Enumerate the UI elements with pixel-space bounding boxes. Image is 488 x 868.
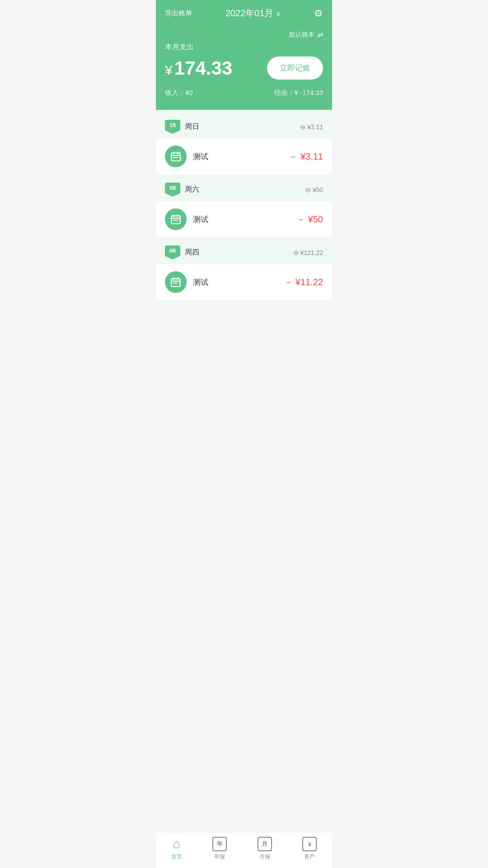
- transaction-amount: － ¥11.22: [284, 276, 323, 288]
- summary-amount: ¥174.33: [165, 57, 232, 79]
- month-label: 2022年01月: [225, 7, 274, 19]
- bottom-nav: ⌂首页年年报月月报¥资产: [156, 832, 332, 868]
- balance-label: 结余：¥ -174.33: [274, 89, 323, 97]
- day-name: 周日: [185, 122, 199, 132]
- svg-rect-3: [177, 157, 178, 158]
- nav-label-monthly: 月报: [259, 853, 270, 861]
- switch-account-icon[interactable]: ⇄: [317, 30, 323, 39]
- day-header: 16周日⊖ ¥3.11: [156, 113, 332, 138]
- chevron-down-icon: ∨: [276, 10, 281, 17]
- yearly-icon: 年: [212, 837, 227, 851]
- settings-icon[interactable]: ⚙: [314, 8, 323, 19]
- summary-main-row: ¥174.33 立即记账: [165, 57, 323, 80]
- calendar-icon: [165, 271, 187, 293]
- export-button[interactable]: 导出账单: [165, 9, 192, 18]
- svg-rect-10: [175, 283, 177, 284]
- day-badge: 08: [165, 183, 180, 197]
- day-section: 08周六⊖ ¥50 测试－ ¥50: [156, 176, 332, 237]
- transaction-name: 测试: [193, 214, 290, 225]
- day-name: 周四: [185, 248, 199, 257]
- calendar-icon: [165, 146, 187, 167]
- nav-item-monthly[interactable]: 月月报: [258, 837, 272, 861]
- transaction-name: 测试: [193, 277, 277, 288]
- day-header: 06周四⊖ ¥121.22: [156, 239, 332, 264]
- svg-rect-11: [177, 283, 178, 284]
- svg-rect-0: [171, 153, 180, 160]
- svg-rect-9: [174, 283, 175, 284]
- monthly-icon: 月: [258, 837, 272, 851]
- currency-symbol: ¥: [165, 62, 173, 77]
- transaction-item[interactable]: 测试－ ¥3.11: [156, 138, 332, 175]
- transaction-amount: － ¥50: [296, 213, 323, 226]
- transaction-name: 测试: [193, 151, 282, 162]
- month-selector[interactable]: 2022年01月 ∨: [225, 7, 281, 19]
- day-header: 08周六⊖ ¥50: [156, 176, 332, 201]
- nav-item-yearly[interactable]: 年年报: [212, 837, 227, 861]
- day-badge: 16: [165, 120, 180, 134]
- transaction-amount: － ¥3.11: [289, 151, 323, 163]
- summary-bottom-row: 收入：¥0 结余：¥ -174.33: [165, 89, 323, 97]
- svg-rect-2: [175, 157, 177, 158]
- income-label: 收入：¥0: [165, 89, 193, 97]
- day-section: 16周日⊖ ¥3.11 测试－ ¥3.11: [156, 113, 332, 175]
- account-row: 默认账本 ⇄: [165, 30, 323, 39]
- day-badge: 06: [165, 245, 180, 259]
- transaction-item[interactable]: 测试－ ¥11.22: [156, 264, 332, 300]
- nav-label-assets: 资产: [304, 853, 315, 861]
- day-total: ⊖ ¥3.11: [300, 123, 323, 131]
- day-total: ⊖ ¥121.22: [293, 249, 324, 256]
- svg-rect-1: [174, 157, 175, 158]
- transaction-item[interactable]: 测试－ ¥50: [156, 201, 332, 237]
- svg-rect-6: [175, 220, 177, 221]
- calendar-icon: [165, 208, 187, 230]
- day-total: ⊖ ¥50: [305, 186, 323, 193]
- quick-record-button[interactable]: 立即记账: [267, 57, 323, 80]
- assets-icon: ¥: [302, 837, 317, 851]
- day-section: 06周四⊖ ¥121.22 测试－ ¥11.22: [156, 239, 332, 300]
- header: 导出账单 2022年01月 ∨ ⚙: [156, 0, 332, 25]
- svg-rect-5: [174, 220, 175, 221]
- summary-card: 默认账本 ⇄ 本月支出 ¥174.33 立即记账 收入：¥0 结余：¥ -174…: [156, 25, 332, 110]
- summary-title: 本月支出: [165, 42, 323, 52]
- nav-item-assets[interactable]: ¥资产: [302, 837, 317, 861]
- nav-label-home: 首页: [171, 853, 182, 861]
- account-label: 默认账本: [289, 31, 314, 39]
- svg-rect-4: [171, 216, 180, 223]
- nav-label-yearly: 年报: [214, 853, 225, 861]
- svg-rect-7: [177, 220, 178, 221]
- day-name: 周六: [185, 185, 199, 194]
- home-icon: ⌂: [173, 837, 180, 851]
- transaction-list: 16周日⊖ ¥3.11 测试－ ¥3.1108周六⊖ ¥50 测试－ ¥5006…: [156, 110, 332, 306]
- nav-item-home[interactable]: ⌂首页: [171, 837, 182, 861]
